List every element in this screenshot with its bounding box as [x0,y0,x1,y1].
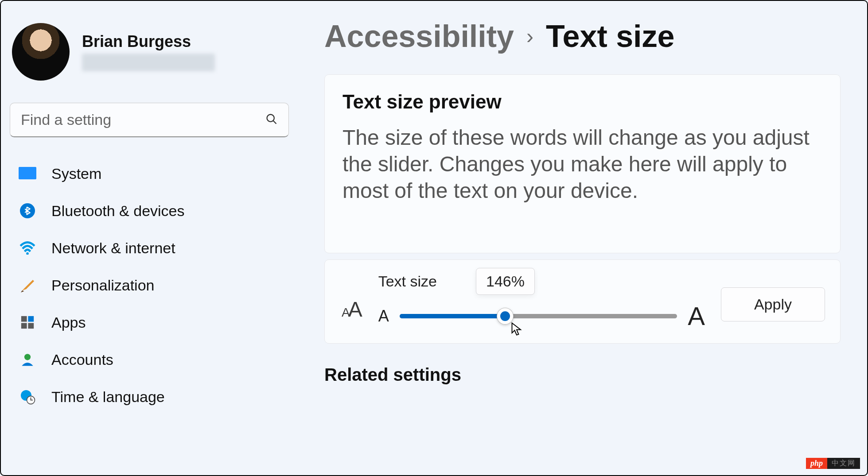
user-email-redacted [82,54,215,71]
svg-rect-3 [19,167,36,179]
sidebar-item-label: Network & internet [51,240,175,257]
clock-globe-icon [19,388,36,406]
sidebar-item-system[interactable]: System [10,155,298,192]
apply-button[interactable]: Apply [721,287,825,321]
sidebar-item-time-language[interactable]: Time & language [10,378,298,415]
page-title: Text size [546,19,675,54]
user-info: Brian Burgess [82,32,215,71]
sidebar: Brian Burgess System [1,1,307,475]
search-icon [265,113,278,127]
sidebar-item-label: Time & language [51,388,165,406]
paintbrush-icon [19,276,36,294]
slider-label: Text size [378,273,437,290]
text-size-slider-card: AA Text size 146% A [324,259,841,344]
main-content: Accessibility › Text size Text size prev… [307,1,867,475]
breadcrumb-parent[interactable]: Accessibility [324,19,514,54]
watermark-right: 中文网 [827,458,860,469]
search-input[interactable] [21,111,265,128]
user-name: Brian Burgess [82,32,215,51]
slider-min-marker: A [378,307,389,325]
sidebar-item-apps[interactable]: Apps [10,304,298,341]
sidebar-item-accounts[interactable]: Accounts [10,341,298,378]
user-account-row[interactable]: Brian Burgess [10,19,298,94]
system-icon [19,165,36,182]
svg-rect-7 [28,316,34,322]
search-box[interactable] [10,103,289,137]
sidebar-item-network[interactable]: Network & internet [10,229,298,267]
svg-rect-8 [21,323,27,329]
sidebar-item-personalization[interactable]: Personalization [10,267,298,304]
svg-rect-6 [21,316,27,322]
bluetooth-icon [19,202,36,220]
preview-title: Text size preview [343,91,822,113]
text-size-icon: AA [337,278,362,321]
wifi-icon [19,239,36,257]
related-settings-heading: Related settings [324,365,841,385]
sidebar-item-label: System [51,165,101,182]
sidebar-item-label: Accounts [51,351,113,368]
svg-line-1 [273,120,276,124]
cursor-pointer-icon [511,322,522,337]
apps-icon [19,313,36,331]
text-size-preview-card: Text size preview The size of these word… [324,74,841,253]
svg-point-10 [24,354,31,360]
person-icon [19,351,36,368]
watermark: php 中文网 [806,458,860,469]
slider-max-marker: A [688,301,705,331]
sidebar-item-label: Apps [51,314,86,331]
svg-point-5 [26,252,29,255]
watermark-left: php [806,458,827,469]
svg-rect-9 [28,323,34,329]
sidebar-item-label: Bluetooth & devices [51,202,185,220]
sidebar-item-label: Personalization [51,277,154,294]
text-size-slider[interactable] [400,307,677,325]
slider-value-tooltip: 146% [476,268,535,295]
chevron-right-icon: › [526,24,533,48]
breadcrumb: Accessibility › Text size [324,19,841,54]
nav: System Bluetooth & devices Network & int… [10,155,298,415]
slider-fill [400,314,505,318]
slider-thumb[interactable] [497,308,513,324]
preview-body: The size of these words will change as y… [343,124,821,204]
avatar [12,23,70,81]
svg-point-0 [267,114,274,121]
sidebar-item-bluetooth[interactable]: Bluetooth & devices [10,192,298,229]
